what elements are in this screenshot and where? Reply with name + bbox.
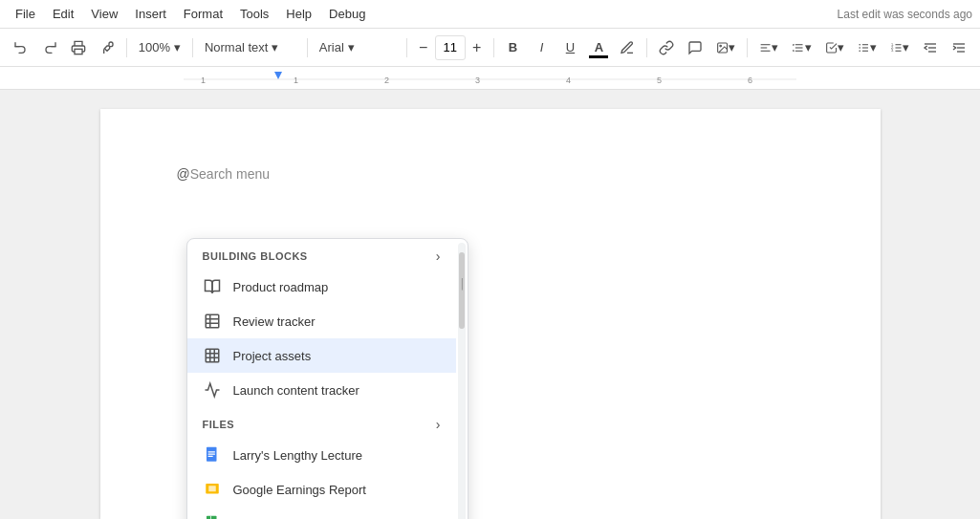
link-button[interactable]: [653, 33, 680, 62]
menu-view[interactable]: View: [83, 3, 125, 25]
at-search-area: @Search menu: [177, 166, 804, 182]
table-icon: [203, 346, 222, 365]
svg-text:5: 5: [657, 76, 662, 85]
svg-rect-48: [207, 451, 215, 452]
menu-file[interactable]: File: [8, 3, 43, 25]
menu-format[interactable]: Format: [176, 3, 230, 25]
menu-bar: File Edit View Insert Format Tools Help …: [0, 0, 980, 29]
files-arrow[interactable]: ›: [436, 417, 441, 432]
image-icon: [716, 39, 729, 56]
svg-rect-49: [207, 454, 215, 455]
product-roadmap-label: Product roadmap: [233, 280, 329, 294]
scrollbar-thumb: [459, 252, 465, 329]
svg-marker-37: [274, 72, 282, 79]
font-size-decrease-button[interactable]: −: [413, 33, 434, 62]
slides-yellow-icon: [203, 480, 222, 499]
font-value: Arial: [319, 40, 344, 54]
redo-button[interactable]: [36, 33, 63, 62]
svg-point-14: [859, 47, 860, 49]
undo-icon: [13, 39, 29, 56]
paint-format-icon: [99, 39, 115, 56]
ruler: 1 1 2 3 4 5 6 7: [0, 67, 980, 90]
increase-indent-button[interactable]: [946, 33, 972, 62]
svg-text:1: 1: [201, 76, 206, 85]
building-blocks-arrow[interactable]: ›: [436, 249, 441, 264]
svg-text:4: 4: [566, 76, 571, 85]
svg-point-13: [859, 43, 860, 45]
paint-format-button[interactable]: [94, 33, 120, 62]
font-size-input[interactable]: [435, 35, 466, 60]
review-tracker-item[interactable]: Review tracker: [187, 304, 456, 338]
ruler-inner: 1 1 2 3 4 5 6 7: [0, 72, 980, 87]
dropdown-popup: BUILDING BLOCKS › Product roadmap: [186, 238, 468, 519]
divider-3: [307, 38, 308, 57]
checklist-button[interactable]: ▾: [819, 33, 850, 62]
divider-6: [646, 38, 647, 57]
comment-icon: [687, 39, 703, 56]
larrys-lecture-item[interactable]: Larry's Lengthy Lecture: [187, 438, 456, 472]
bold-button[interactable]: B: [499, 33, 526, 62]
dropdown-content: BUILDING BLOCKS › Product roadmap: [187, 239, 456, 519]
svg-text:3.: 3.: [891, 49, 894, 53]
divider-5: [493, 38, 494, 57]
image-button[interactable]: ▾: [710, 33, 741, 62]
align-button[interactable]: ▾: [753, 33, 784, 62]
line-spacing-icon: [792, 39, 804, 56]
menu-edit[interactable]: Edit: [45, 3, 81, 25]
page-area: @Search menu BUILDING BLOCKS ›: [0, 90, 980, 519]
apps-offsite-item[interactable]: Apps Offsite Budgeting: [187, 507, 456, 519]
divider-7: [747, 38, 748, 57]
sheets-green-icon: [203, 514, 222, 519]
zoom-dropdown-icon: ▾: [174, 40, 181, 54]
svg-point-3: [720, 45, 722, 47]
project-assets-label: Project assets: [233, 349, 312, 363]
bullet-list-button[interactable]: ▾: [852, 33, 882, 62]
highlight-color-button[interactable]: [614, 33, 641, 62]
checklist-dropdown-icon: ▾: [838, 40, 844, 54]
style-select[interactable]: Normal text ▾: [199, 33, 301, 62]
text-color-icon: A: [595, 40, 603, 54]
product-roadmap-item[interactable]: Product roadmap: [187, 270, 456, 304]
menu-insert[interactable]: Insert: [127, 3, 174, 25]
text-color-button[interactable]: A: [585, 33, 612, 62]
chart-icon: [203, 380, 222, 400]
at-symbol: @: [177, 166, 190, 182]
style-dropdown-icon: ▾: [272, 40, 278, 54]
print-icon: [71, 39, 86, 56]
font-size-increase-button[interactable]: +: [467, 33, 488, 62]
print-button[interactable]: [65, 33, 92, 62]
bullet-list-icon: [858, 39, 870, 56]
svg-text:1: 1: [294, 76, 298, 85]
earnings-report-label: Google Earnings Report: [233, 483, 366, 497]
svg-text:3: 3: [475, 76, 480, 85]
italic-button[interactable]: I: [528, 33, 555, 62]
scrollbar-area: BUILDING BLOCKS › Product roadmap: [187, 239, 468, 519]
project-assets-item[interactable]: Project assets: [187, 338, 456, 373]
larrys-lecture-label: Larry's Lengthy Lecture: [233, 448, 362, 463]
menu-help[interactable]: Help: [278, 3, 319, 25]
font-select[interactable]: Arial ▾: [314, 33, 401, 62]
checklist-icon: [825, 39, 838, 56]
svg-rect-38: [206, 314, 219, 328]
menu-debug[interactable]: Debug: [321, 3, 373, 25]
svg-rect-42: [206, 349, 219, 362]
line-spacing-dropdown-icon: ▾: [805, 40, 812, 54]
building-blocks-header: BUILDING BLOCKS ›: [187, 239, 456, 270]
review-tracker-label: Review tracker: [233, 314, 316, 329]
undo-button[interactable]: [8, 33, 34, 62]
line-spacing-button[interactable]: ▾: [786, 33, 817, 62]
comment-button[interactable]: [682, 33, 708, 62]
files-title: FILES: [203, 419, 235, 430]
zoom-value: 100%: [139, 40, 170, 54]
menu-tools[interactable]: Tools: [232, 3, 276, 25]
highlight-icon: [620, 40, 635, 55]
launch-content-tracker-item[interactable]: Launch content tracker: [187, 373, 456, 407]
decrease-indent-button[interactable]: [917, 33, 944, 62]
earnings-report-item[interactable]: Google Earnings Report: [187, 472, 456, 507]
svg-text:6: 6: [748, 76, 752, 85]
divider-1: [126, 38, 127, 57]
numbered-list-button[interactable]: 1. 2. 3. ▾: [884, 33, 915, 62]
underline-button[interactable]: U: [556, 33, 583, 62]
building-blocks-title: BUILDING BLOCKS: [203, 250, 308, 262]
zoom-select[interactable]: 100% ▾: [133, 33, 186, 62]
